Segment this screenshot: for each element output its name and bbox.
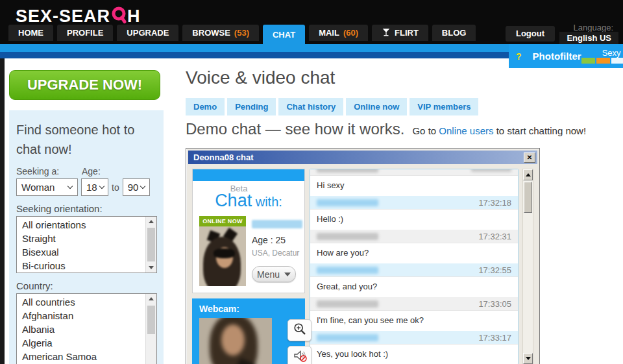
listbox-option[interactable]: Albania [17,322,156,336]
message-time: 17:32:55 [478,265,511,275]
chevron-down-icon [99,184,104,189]
age-from-select[interactable]: 18 [81,178,108,196]
webcam-label: Webcam: [199,304,300,314]
online-now-badge: ONLINE NOW [199,216,246,226]
slider-segment-1[interactable] [581,58,595,64]
message-header: 17:33:05 [310,297,518,311]
close-icon[interactable]: ✕ [524,152,535,163]
page: SEX-SEARH HOMEPROFILEUPGRADEBROWSE(53)CH… [0,0,623,364]
scroll-down-button[interactable] [523,353,533,364]
message-time: 17:32:18 [478,198,511,208]
message-header: 17:32:55 [310,263,518,277]
nav-tab-browse[interactable]: BROWSE(53) [182,25,259,41]
listbox-option[interactable]: Algeria [17,336,156,350]
listbox-scrollbar[interactable] [145,217,156,273]
message-header [310,169,518,176]
orientation-listbox[interactable]: All orientationsStraightBisexualBi-curio… [16,216,157,273]
seeking-label: Seeking a: [16,166,82,176]
tab-demo[interactable]: Demo [186,98,225,115]
message-text: How are you? [310,243,518,263]
upgrade-now-button[interactable]: UPGRADE NOW! [9,70,160,100]
nav-tab-home[interactable]: HOME [8,25,53,41]
menu-button[interactable]: Menu [252,266,296,282]
photofilter-label[interactable]: Photofilter [533,51,581,62]
main-nav: HOMEPROFILEUPGRADEBROWSE(53)CHATMAIL(60)… [8,25,476,44]
country-label: Country: [16,280,157,291]
top-header: SEX-SEARH HOMEPROFILEUPGRADEBROWSE(53)CH… [0,0,623,44]
nav-tab-chat[interactable]: CHAT [263,25,305,44]
photofilter-bar: ? Photofilter Sexy [509,44,623,68]
chat-scrollbar[interactable] [522,169,533,364]
chat-window: Deonna08 chat ✕ Beta Chat with: ONLINE N… [186,148,540,364]
sexy-slider-label: Sexy [581,49,621,57]
profile-photo [199,226,246,286]
country-listbox[interactable]: All countriesAfghanistanAlbaniaAlgeriaAm… [16,293,157,364]
chevron-down-icon [67,184,73,189]
nav-tab-upgrade[interactable]: UPGRADE [117,25,178,41]
nav-tab-blog[interactable]: BLOG [432,25,476,41]
chat-tabs: DemoPendingChat historyOnline nowVIP mem… [186,98,478,115]
chevron-down-icon [284,273,291,276]
message-username-blur [317,334,378,341]
message-username-blur [317,300,378,308]
window-titlebar[interactable]: Deonna08 chat ✕ [188,151,537,164]
scroll-up-button[interactable] [523,169,533,180]
listbox-option[interactable]: Bisexual [17,245,156,259]
blurred-username [252,220,302,228]
message-username-blur [317,169,378,173]
nav-tab-profile[interactable]: PROFILE [57,25,113,41]
search-panel: Find someone hot to chat now! Seeking a:… [9,110,164,364]
location-value: USA, Decatur [252,249,302,258]
age-to-select[interactable]: 90 [123,178,150,196]
nav-tab-mail[interactable]: MAIL(60) [309,25,368,41]
scroll-up-icon[interactable] [146,217,156,226]
message-list: Hi sexy17:32:18Hello :)17:32:31How are y… [310,169,519,364]
window-title: Deonna08 chat [193,152,524,162]
zoom-in-button[interactable] [287,319,312,341]
listbox-option[interactable]: All countries [17,295,156,309]
orientation-label: Seeking orientation: [16,203,157,214]
online-users-link[interactable]: Online users [439,125,493,136]
message-text: Great, and you? [310,277,518,297]
language-select[interactable]: English US [559,32,618,45]
scrollbar-thumb[interactable] [147,306,155,334]
seeking-select[interactable]: Woman [16,178,78,196]
message-username-blur [317,199,378,206]
scrollbar-thumb[interactable] [524,182,532,213]
slider-segment-3[interactable] [611,58,623,64]
left-dark-strip [0,58,5,364]
logout-button[interactable]: Logout [506,26,555,42]
listbox-option[interactable]: All orientations [17,218,156,232]
message-header: 17:33:17 [310,331,518,345]
demo-subtitle: Demo chat — see how it works. [186,120,404,138]
scroll-up-icon[interactable] [146,294,156,304]
tab-vip-members[interactable]: VIP members [409,98,478,115]
message-time-blur [471,169,511,172]
listbox-option[interactable]: American Samoa [17,350,156,363]
zoom-in-icon [293,322,307,339]
sexy-slider[interactable]: Sexy [581,49,623,64]
promo-heading: Find someone hot to chat now! [16,120,157,159]
age-to-word: to [112,182,119,193]
tab-chat-history[interactable]: Chat history [278,98,343,115]
help-icon[interactable]: ? [516,51,522,62]
age-value: Age : 25 [252,235,302,245]
message-time: 17:33:17 [478,333,511,343]
message-text: I'm fine, can you see me ok? [310,311,518,331]
message-username-blur [317,233,378,240]
message-text: Hi sexy [310,176,518,196]
message-header: 17:32:31 [310,230,518,243]
nav-tab-flirt[interactable]: FLIRT [372,25,428,41]
scrollbar-thumb[interactable] [147,228,155,261]
tab-pending[interactable]: Pending [227,98,276,115]
listbox-option[interactable]: Afghanistan [17,309,156,322]
scroll-down-icon[interactable] [146,263,156,273]
listbox-scrollbar[interactable] [145,294,156,364]
listbox-option[interactable]: Straight [17,232,156,245]
listbox-option[interactable]: Bi-curious [17,259,156,273]
tab-online-now[interactable]: Online now [346,98,407,115]
message-time: 17:32:31 [478,232,511,241]
slider-segment-2[interactable] [596,58,610,64]
mute-audio-button[interactable] [287,346,312,364]
goto-text: Go to Online users to start chatting now… [412,125,586,136]
